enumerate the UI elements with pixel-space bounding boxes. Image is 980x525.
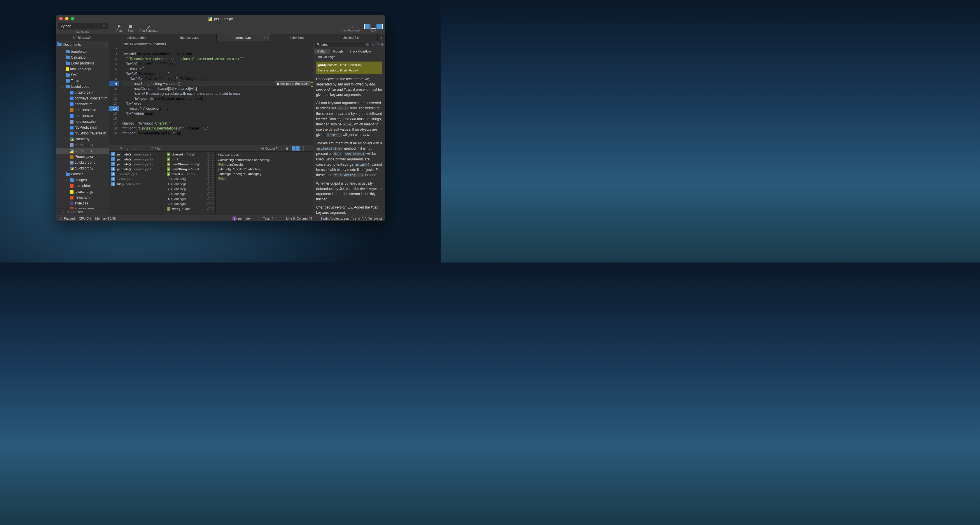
info-icon[interactable]: i bbox=[207, 167, 210, 171]
folder-Euler-problems[interactable]: ›Euler problems bbox=[56, 60, 109, 66]
clear-console-button[interactable]: 🗑 bbox=[285, 146, 290, 151]
remove-icon[interactable]: − bbox=[211, 167, 214, 171]
info-icon[interactable]: i bbox=[207, 172, 210, 176]
debug-console[interactable]: Charset: abcdefgCalculating permutations… bbox=[216, 152, 313, 215]
line-number[interactable]: 19 bbox=[110, 131, 119, 136]
code-line[interactable]: "cm"># Recursively calculate with each n… bbox=[122, 91, 313, 96]
file-NSString-traverse-m[interactable]: NSString traverse.m bbox=[56, 130, 109, 136]
stack-frame[interactable]: 1permute()permute.py:12 bbox=[110, 157, 162, 162]
view-right-panel[interactable] bbox=[377, 24, 383, 29]
output-select[interactable]: All Output⇅ bbox=[261, 146, 278, 150]
doc-tab-python[interactable]: Python bbox=[314, 49, 330, 54]
line-number[interactable]: 3 bbox=[110, 52, 119, 57]
folder-bruteforce[interactable]: ›bruteforce bbox=[56, 49, 109, 54]
variable-row[interactable]: 3 = 'abcdfge'i− bbox=[162, 191, 215, 196]
remove-icon[interactable]: − bbox=[211, 182, 214, 186]
variable-row[interactable]: 1 = 'abcdegf'i− bbox=[162, 181, 215, 186]
line-number[interactable]: 10 bbox=[110, 86, 119, 91]
code-line[interactable]: """Recursively calculate the permutation… bbox=[122, 57, 313, 62]
eye-icon[interactable]: 👁 bbox=[377, 43, 380, 46]
file-quicksort-php[interactable]: quicksort.php bbox=[56, 159, 109, 165]
remove-icon[interactable]: − bbox=[211, 162, 214, 165]
disclosure-icon[interactable]: › bbox=[66, 178, 69, 181]
file-iterations-php[interactable]: iterations.php bbox=[56, 119, 109, 124]
line-number[interactable]: 11 bbox=[110, 91, 119, 96]
info-icon[interactable]: i bbox=[207, 177, 210, 181]
info-icon[interactable]: i bbox=[207, 207, 210, 210]
info-icon[interactable]: i bbox=[207, 202, 210, 205]
file-Parser-py[interactable]: Parser.py bbox=[56, 136, 109, 142]
tab-quicksort-php[interactable]: quicksort.php bbox=[110, 34, 163, 41]
sidebar-back[interactable]: ‹ bbox=[103, 43, 105, 46]
code-line[interactable]: "kw">else: bbox=[122, 101, 313, 106]
folder-Swift[interactable]: ›Swift bbox=[56, 72, 109, 78]
disclosure-icon[interactable]: › bbox=[62, 80, 64, 82]
variable-row[interactable]: Vstring = 'abc'i− bbox=[162, 206, 215, 211]
file-http_server-js[interactable]: http_server.js bbox=[56, 66, 109, 72]
variable-row[interactable]: 0 = 'abcdefg'i− bbox=[162, 177, 215, 181]
stack-frame[interactable]: 4permute.py:19 bbox=[110, 172, 162, 177]
stack-frame[interactable]: 5<string>:1 bbox=[110, 177, 162, 181]
line-number[interactable]: 7 bbox=[110, 72, 119, 76]
stack-frame[interactable]: 0permute()permute.py:9 bbox=[110, 152, 162, 157]
code-line[interactable] bbox=[122, 116, 313, 121]
line-number[interactable]: 15 bbox=[110, 111, 119, 116]
tab-index-html[interactable]: index.html bbox=[270, 34, 324, 41]
tab-Untitled-swift[interactable]: Untitled.swift bbox=[56, 34, 110, 41]
line-number[interactable]: 1 bbox=[110, 42, 119, 47]
find-on-page[interactable]: Find On Page bbox=[313, 54, 385, 59]
file-fibonacci-m[interactable]: fibonacci.m bbox=[56, 101, 109, 107]
file-iterations-m[interactable]: iterations.m bbox=[56, 113, 109, 119]
file-conways_constant-m[interactable]: conways_constant.m bbox=[56, 95, 109, 101]
code-line[interactable]: "kw">if result == "num">False: bbox=[122, 62, 313, 67]
folder-Useful-code[interactable]: ⌄Useful code bbox=[56, 84, 109, 89]
variable-row[interactable]: VnewString = 'abcd'i− bbox=[162, 167, 215, 172]
info-icon[interactable]: i bbox=[207, 187, 210, 191]
line-number[interactable]: 6 bbox=[110, 67, 119, 72]
code-line[interactable]: "kw">for i "kw">in "fn">range(0, "fn">le… bbox=[122, 76, 313, 81]
disclosure-icon[interactable]: › bbox=[62, 62, 64, 65]
stack-frame[interactable]: 3permute()permute.py:12 bbox=[110, 167, 162, 172]
line-number[interactable]: 2 bbox=[110, 47, 119, 52]
disclosure-icon[interactable]: › bbox=[62, 73, 64, 76]
minimize-button[interactable] bbox=[65, 17, 68, 21]
tab-permute-py[interactable]: permute.py bbox=[217, 34, 270, 41]
variable-row[interactable]: 2 = 'abcdfeg'i− bbox=[162, 186, 215, 191]
step-over-button[interactable]: ↷ bbox=[118, 146, 123, 151]
line-number[interactable]: 17 bbox=[110, 121, 119, 126]
new-file-button[interactable]: + bbox=[58, 210, 60, 214]
doc-tab-stack-overflow[interactable]: Stack Overflow bbox=[347, 49, 374, 54]
file-news-html[interactable]: news.html bbox=[56, 194, 109, 200]
step-in-button[interactable]: ↓ bbox=[125, 146, 130, 151]
disclosure-icon[interactable]: › bbox=[62, 50, 64, 53]
doc-tab-google[interactable]: Google bbox=[330, 49, 346, 54]
file-bruteforce-m[interactable]: bruteforce.m bbox=[56, 89, 109, 95]
line-number[interactable]: 16 bbox=[110, 116, 119, 121]
folder-Website[interactable]: ⌄Website bbox=[56, 171, 109, 177]
code-line[interactable]: "kw">return result bbox=[122, 111, 313, 116]
variables-panel[interactable]: Vcharset = 'defg'i−Vi = 1i−VnewCharset =… bbox=[162, 152, 216, 215]
remove-icon[interactable]: − bbox=[211, 192, 214, 196]
remove-icon[interactable]: − bbox=[211, 177, 214, 181]
call-stack[interactable]: 0permute()permute.py:91permute()permute.… bbox=[110, 152, 162, 215]
file-index-html[interactable]: index.html bbox=[56, 183, 109, 189]
line-number[interactable]: 4 bbox=[110, 57, 119, 62]
line-number[interactable]: 18 bbox=[110, 126, 119, 131]
step-out-button[interactable]: ↑ bbox=[132, 146, 137, 151]
code-editor[interactable]: 12345678910111213141516171819 "cm">#!/us… bbox=[110, 41, 313, 145]
close-button[interactable] bbox=[59, 17, 63, 21]
sidebar-forward[interactable]: › bbox=[106, 43, 107, 46]
folder-Tests[interactable]: ›Tests bbox=[56, 78, 109, 84]
info-icon[interactable]: i bbox=[207, 197, 210, 200]
info-icon[interactable]: i bbox=[207, 162, 210, 165]
run-settings-button[interactable]: Run Settings... bbox=[137, 24, 162, 32]
info-icon[interactable]: i bbox=[207, 192, 210, 196]
docs-back[interactable]: ‹ bbox=[372, 43, 373, 47]
disclosure-icon[interactable]: ⌄ bbox=[62, 173, 64, 176]
back-button[interactable]: ‹ bbox=[348, 24, 349, 29]
disclosure-icon[interactable]: ⌄ bbox=[62, 85, 64, 88]
info-icon[interactable]: i bbox=[207, 153, 210, 156]
code-line[interactable]: charset = "fn">input("Charset: ") bbox=[122, 121, 313, 126]
pause-status[interactable]: ⏸Paused bbox=[59, 217, 75, 220]
disclosure-icon[interactable]: › bbox=[62, 56, 64, 59]
